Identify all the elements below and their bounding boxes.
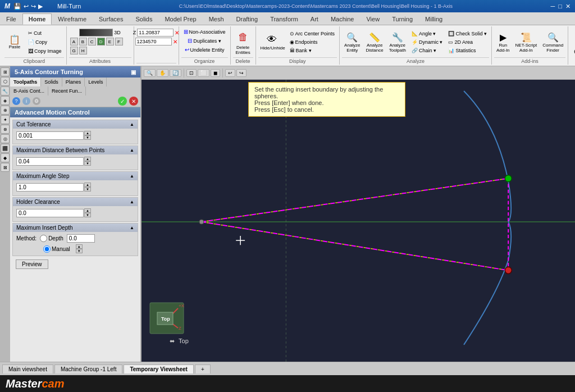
vp-wireframe-btn[interactable]: ⬜	[198, 69, 209, 77]
net-script-button[interactable]: 📜 NET-ScriptAdd-In	[513, 30, 540, 54]
cut-tolerance-header[interactable]: Cut Tolerance ▲	[13, 120, 138, 129]
tab-view[interactable]: View	[360, 13, 386, 25]
max-angle-header[interactable]: Maximum Angle Step ▲	[13, 172, 138, 180]
close-btn[interactable]: ✕	[565, 3, 571, 10]
analyze-toolpath-button[interactable]: 🔧 AnalyzeToolpath	[387, 30, 408, 54]
sidebar-icon-3[interactable]: 🔧	[1, 86, 10, 95]
attr-btn-3[interactable]: C	[88, 38, 96, 45]
max-distance-arrow[interactable]: ▲	[130, 148, 134, 153]
paste-button[interactable]: 📋 Paste	[4, 34, 25, 51]
attr-btn-6[interactable]: F	[115, 38, 123, 45]
vp-pan-btn[interactable]: ✋	[157, 69, 168, 77]
manual-radio[interactable]	[43, 245, 51, 253]
amc-help-btn[interactable]: ?	[12, 97, 20, 105]
sidebar-icon-1[interactable]: ⊞	[1, 67, 10, 76]
tab-file[interactable]: File	[0, 13, 22, 25]
sidebar-icon-2[interactable]: ⬡	[1, 77, 10, 86]
vp-rotate-btn[interactable]: 🔄	[170, 69, 181, 77]
tab-drafting[interactable]: Drafting	[230, 13, 264, 25]
preview-button[interactable]: Preview	[16, 259, 48, 269]
sidebar-icon-10[interactable]: ◆	[1, 153, 10, 162]
angle-button[interactable]: 📐 Angle ▾	[409, 30, 445, 38]
max-distance-down[interactable]: ▼	[84, 161, 91, 166]
cut-tolerance-down[interactable]: ▼	[84, 135, 91, 140]
attr-btn-8[interactable]: H	[79, 47, 87, 54]
attr-btn-1[interactable]: A	[70, 38, 78, 45]
save-quick-btn[interactable]: 💾	[13, 3, 21, 10]
sidebar-icon-5[interactable]: ⊕	[1, 106, 10, 115]
max-angle-up[interactable]: ▲	[84, 183, 91, 187]
viewport-gizmo[interactable]: +X Z Top	[147, 300, 186, 339]
attr-btn-5[interactable]: E	[106, 38, 114, 45]
max-insert-header[interactable]: Maximum Insert Depth ▲	[13, 224, 138, 232]
tab-transform[interactable]: Transform	[264, 13, 304, 25]
undelete-button[interactable]: ↩ Undelete Entity	[182, 45, 227, 54]
vp-zoom-btn[interactable]: 🔍	[144, 69, 156, 77]
duplicates-button[interactable]: ⊟ Duplicates ▾	[185, 37, 223, 45]
tab-solids[interactable]: Solids	[129, 13, 158, 25]
manual-up[interactable]: ▲	[76, 244, 83, 249]
bank-button[interactable]: 🏛 Bank ▾	[288, 47, 337, 54]
vp-redo-btn[interactable]: ↪	[236, 69, 247, 77]
run-quick-btn[interactable]: ▶	[38, 3, 43, 10]
max-angle-down[interactable]: ▼	[84, 187, 91, 192]
amc-settings-btn[interactable]: ⚙	[33, 97, 40, 105]
2d-area-button[interactable]: ▭ 2D Area	[446, 38, 489, 46]
z-value-input[interactable]	[137, 29, 174, 37]
attr-btn-7[interactable]: G	[70, 47, 78, 54]
depth-radio[interactable]	[40, 235, 47, 242]
coord-input[interactable]	[135, 38, 172, 45]
sidebar-icon-9[interactable]: ⬛	[1, 144, 10, 153]
delete-entities-button[interactable]: 🗑 DeleteEntities	[233, 28, 253, 57]
max-angle-input[interactable]	[16, 183, 84, 192]
vp-fit-btn[interactable]: ⊡	[186, 69, 197, 77]
status-tab-machine[interactable]: Machine Group -1 Left	[54, 364, 123, 373]
status-tab-main[interactable]: Main viewsheet	[2, 364, 53, 373]
amc-ok-btn[interactable]: ✓	[118, 97, 127, 106]
max-distance-up[interactable]: ▲	[84, 157, 91, 161]
undo-quick-btn[interactable]: ↩	[24, 3, 29, 10]
panel-expand-icon[interactable]: ▣	[131, 69, 136, 75]
check-solid-button[interactable]: 🔲 Check Solid ▾	[446, 30, 489, 38]
depth-radio-label[interactable]: Depth	[40, 235, 63, 242]
dynamic-button[interactable]: ⚡ Dynamic ▾	[409, 38, 445, 46]
cut-button[interactable]: ✂ Cut	[26, 29, 64, 37]
maximize-btn[interactable]: □	[558, 3, 562, 10]
vp-undo-btn[interactable]: ↩	[225, 69, 235, 77]
panel-tab-levels[interactable]: Levels	[85, 78, 107, 86]
tab-mesh[interactable]: Mesh	[203, 13, 230, 25]
coord-x-btn[interactable]: ✕	[173, 39, 177, 45]
run-addin-button[interactable]: ▶ RunAdd-In	[494, 30, 512, 54]
tab-turning[interactable]: Turning	[386, 13, 419, 25]
copy-button[interactable]: 📄 Copy	[26, 38, 64, 46]
sidebar-icon-11[interactable]: ⊠	[1, 163, 10, 172]
redo-quick-btn[interactable]: ↪	[31, 3, 36, 10]
sidebar-icon-8[interactable]: ◎	[1, 134, 10, 143]
vp-shade-btn[interactable]: ◼	[211, 69, 220, 77]
attr-btn-4[interactable]: D	[97, 38, 105, 45]
max-insert-arrow[interactable]: ▲	[130, 225, 134, 230]
depth-value-input[interactable]	[67, 234, 95, 243]
panel-tab-recent[interactable]: Recent Fun...	[48, 86, 86, 95]
attr-btn-2[interactable]: B	[79, 38, 87, 45]
holder-clearance-input[interactable]	[16, 209, 84, 217]
tab-art[interactable]: Art	[304, 13, 325, 25]
copy-image-button[interactable]: 🖼 Copy Image	[26, 47, 64, 55]
manual-radio-label[interactable]: Manual	[43, 245, 70, 253]
panel-tab-toolpaths[interactable]: Toolpaths	[10, 78, 41, 86]
sidebar-icon-6[interactable]: ✦	[1, 115, 10, 124]
chain-button[interactable]: 🔗 Chain ▾	[409, 47, 445, 54]
amc-info-btn[interactable]: i	[22, 97, 30, 105]
analyze-entity-button[interactable]: 🔍 AnalyzeEntity	[342, 30, 362, 54]
endpoints-button[interactable]: ◉ Endpoints	[288, 38, 337, 46]
status-tab-temp[interactable]: Temporary Viewsheet	[124, 364, 193, 373]
max-distance-header[interactable]: Maximum Distance Between Points ▲	[13, 146, 138, 154]
hide-unhide-button[interactable]: 👁 Hide/Unhide	[258, 32, 285, 52]
cut-tolerance-input[interactable]	[16, 131, 84, 140]
holder-clearance-up[interactable]: ▲	[84, 208, 91, 213]
max-angle-arrow[interactable]: ▲	[130, 174, 134, 179]
command-finder-button[interactable]: 🔍 CommandFinder	[540, 30, 565, 54]
sidebar-icon-4[interactable]: ◈	[1, 96, 10, 105]
tab-surfaces[interactable]: Surfaces	[93, 13, 129, 25]
tab-model-prep[interactable]: Model Prep	[158, 13, 202, 25]
